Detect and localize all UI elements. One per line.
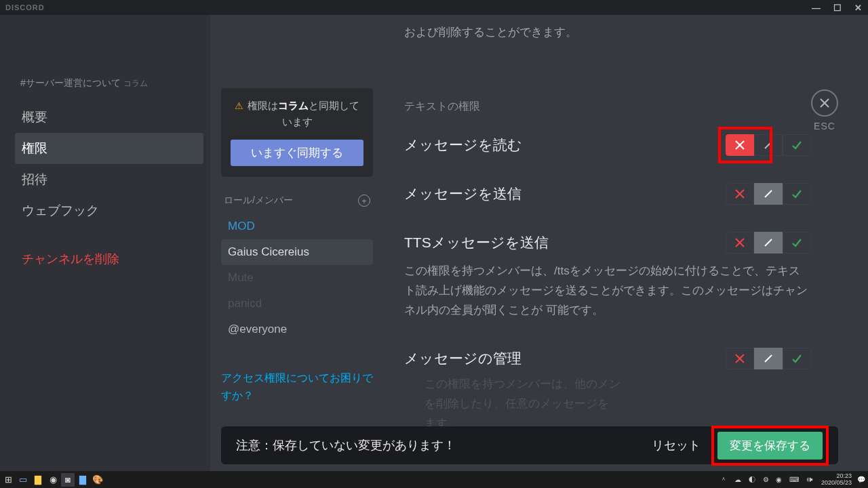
perm-tts-toggle <box>726 232 811 253</box>
role-item-gaius[interactable]: Gaius Cicereius <box>221 239 373 265</box>
unsaved-message: 注意：保存していない変更があります！ <box>236 437 652 453</box>
sidebar-item-overview[interactable]: 概要 <box>15 102 203 133</box>
delete-channel-button[interactable]: チャンネルを削除 <box>20 245 203 272</box>
windows-taskbar[interactable]: ⊞ ▭ ▇ ◉ ◙ ▇ 🎨 ＾ ☁ ◐ ⚙ ◉ ⌨ 🕪 20:23 2020/0… <box>0 471 868 488</box>
roles-panel: ⚠権限はコラムと同期しています いますぐ同期する ロール/メンバー + MOD … <box>210 15 384 471</box>
perm-manage-desc-faded: この権限を持つメンバーは、他のメン を削除したり、任意のメッセージを ます。 <box>425 375 754 434</box>
perm-manage-deny[interactable] <box>726 348 754 369</box>
add-role-button[interactable]: + <box>358 195 370 207</box>
sync-now-button[interactable]: いますぐ同期する <box>231 140 363 166</box>
role-item-everyone[interactable]: @everyone <box>221 317 373 342</box>
perm-send-allow[interactable] <box>783 183 811 205</box>
perm-tts-neutral[interactable] <box>754 232 783 253</box>
perm-tts-desc: この権限を持つメンバーは、/ttsをメッセージの始めに付けることで、テキスト読み… <box>404 262 811 321</box>
role-item-mod[interactable]: MOD <box>221 214 373 239</box>
perm-manage-neutral[interactable] <box>754 348 783 369</box>
role-item-mute[interactable]: Mute <box>221 265 373 291</box>
perm-manage-allow[interactable] <box>783 348 811 369</box>
perm-read-title: メッセージを読む <box>404 136 522 155</box>
discord-taskbar-icon[interactable]: ◙ <box>61 473 75 487</box>
permissions-panel: および削除することができます。 テキストの権限 メッセージを読む <box>384 15 868 471</box>
text-permissions-label: テキストの権限 <box>404 100 811 114</box>
explorer-icon[interactable]: ▇ <box>31 473 45 487</box>
role-item-panicd[interactable]: panicd <box>221 291 373 317</box>
sidebar-item-invites[interactable]: 招待 <box>15 164 203 195</box>
reset-button[interactable]: リセット <box>652 437 701 453</box>
svg-line-2 <box>765 142 772 148</box>
warning-icon: ⚠ <box>235 100 243 111</box>
save-changes-button[interactable]: 変更を保存する <box>717 432 823 460</box>
start-button[interactable]: ⊞ <box>1 473 15 487</box>
perm-read-neutral[interactable] <box>754 134 783 156</box>
perm-send-toggle <box>726 183 811 205</box>
taskbar-clock[interactable]: 20:23 2020/05/23 <box>821 473 852 486</box>
tray-icons[interactable]: ＾ ☁ ◐ ⚙ ◉ ⌨ 🕪 <box>720 475 816 485</box>
perm-send-deny[interactable] <box>726 183 754 205</box>
minimize-button[interactable]: — <box>812 3 821 13</box>
notification-icon[interactable]: 💬 <box>857 476 865 483</box>
roles-header-label: ロール/メンバー <box>224 195 293 207</box>
perm-tts-title: TTSメッセージを送信 <box>404 233 549 252</box>
taskview-icon[interactable]: ▭ <box>16 473 30 487</box>
sidebar-item-permissions[interactable]: 権限 <box>15 133 203 164</box>
permissions-help-link[interactable]: アクセス権限についてお困りですか？ <box>221 369 373 404</box>
settings-sidebar: #サーバー運営についてコラム 概要 権限 招待 ウェブフック チャンネルを削除 <box>0 15 210 471</box>
perm-tts-deny[interactable] <box>726 232 754 253</box>
titlebar: DISCORD — ☐ ✕ <box>0 0 868 15</box>
sync-text: ⚠権限はコラムと同期しています <box>231 98 363 130</box>
perm-send-neutral[interactable] <box>754 183 783 205</box>
perm-read-toggle <box>726 134 811 156</box>
perm-tts-allow[interactable] <box>783 232 811 253</box>
channel-breadcrumb: #サーバー運営についてコラム <box>20 77 203 89</box>
close-icon <box>811 89 838 117</box>
paint-icon[interactable]: 🎨 <box>91 473 104 487</box>
close-settings-button[interactable]: ESC <box>811 89 838 131</box>
close-window-button[interactable]: ✕ <box>854 3 863 13</box>
app-name: DISCORD <box>5 3 45 12</box>
perm-manage-title: メッセージの管理 <box>404 349 521 368</box>
svg-line-11 <box>765 355 772 362</box>
sync-box: ⚠権限はコラムと同期しています いますぐ同期する <box>221 88 373 177</box>
maximize-button[interactable]: ☐ <box>833 3 842 13</box>
previous-perm-remnant: および削除することができます。 <box>404 23 811 62</box>
perm-manage-toggle <box>726 348 811 369</box>
notes-icon[interactable]: ▇ <box>76 473 90 487</box>
svg-line-8 <box>765 239 772 246</box>
sidebar-item-webhooks[interactable]: ウェブフック <box>15 195 203 226</box>
unsaved-changes-bar: 注意：保存していない変更があります！ リセット 変更を保存する <box>221 426 838 464</box>
svg-line-5 <box>765 190 772 197</box>
perm-read-deny[interactable] <box>726 134 754 156</box>
chrome-icon[interactable]: ◉ <box>46 473 60 487</box>
perm-read-allow[interactable] <box>783 134 811 156</box>
perm-send-title: メッセージを送信 <box>404 184 521 203</box>
